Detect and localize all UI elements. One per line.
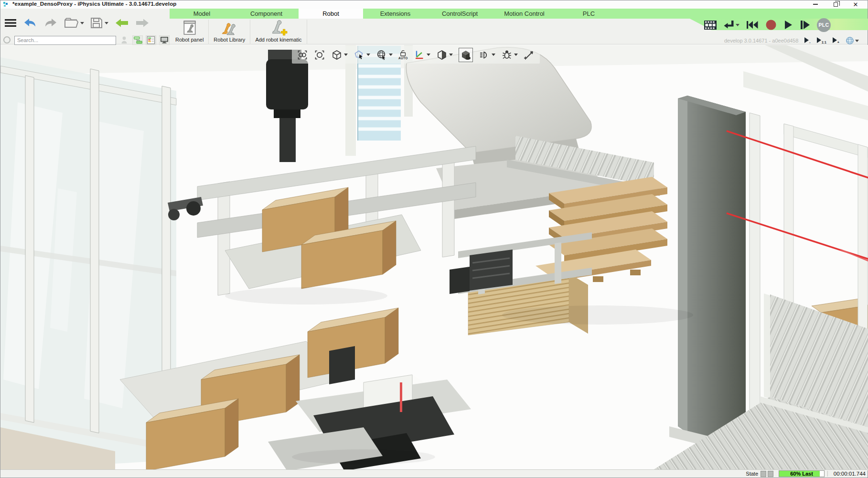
navigate-back-button[interactable] — [115, 18, 129, 28]
pin-icon[interactable] — [119, 35, 129, 45]
search-input[interactable] — [14, 36, 116, 45]
add-robot-kinematic-button[interactable]: Add robot kinematic — [250, 20, 306, 44]
robot-panel-label: Robot panel — [175, 37, 204, 43]
playback-realtime-icon[interactable]: 1:1 — [817, 37, 826, 44]
skip-to-start-button[interactable] — [746, 20, 759, 30]
debug-button[interactable] — [501, 49, 518, 61]
undo-button[interactable] — [23, 18, 37, 28]
state-indicator — [768, 471, 773, 477]
tab-model[interactable]: Model — [170, 9, 234, 19]
maximize-icon — [834, 2, 838, 7]
add-robot-kinematic-icon — [269, 20, 288, 36]
sim-progress-text: 60% Last — [779, 471, 824, 477]
step-forward-button[interactable] — [799, 20, 811, 30]
viewport-3d[interactable]: AUTO — [0, 45, 868, 470]
speed-sub-label: + — [837, 41, 839, 44]
shading-mode-caret[interactable] — [449, 54, 453, 56]
minimize-icon — [813, 4, 818, 5]
search-icon — [3, 36, 11, 44]
fit-selection-button[interactable] — [297, 49, 308, 61]
elapsed-time: 00:00:01.744 — [827, 471, 868, 477]
state-label: State — [746, 471, 758, 477]
playback-controls: PLC — [704, 19, 831, 31]
shading-mode-button[interactable] — [436, 49, 453, 61]
navigate-forward-button[interactable] — [135, 18, 150, 28]
network-caret[interactable] — [855, 40, 859, 42]
orbit-caret[interactable] — [389, 54, 393, 56]
tab-motion-control[interactable]: Motion Control — [492, 9, 557, 19]
film-strip-icon[interactable] — [704, 20, 717, 30]
measure-button[interactable] — [524, 49, 535, 61]
minimize-button[interactable] — [805, 0, 825, 8]
selection-mode-button[interactable] — [354, 49, 370, 61]
build-version-text: develop 3.0.14671 - a0ee0d458 — [724, 38, 798, 43]
maximize-button[interactable] — [825, 0, 846, 8]
tab-component[interactable]: Component — [234, 9, 299, 19]
monitor-view-button[interactable] — [159, 35, 170, 45]
jump-back-button[interactable] — [723, 20, 739, 30]
robot-library-label: Robot Library — [214, 37, 245, 43]
version-row: develop 3.0.14671 - a0ee0d458 - 1:1 + — [724, 36, 859, 45]
selection-mode-caret[interactable] — [366, 54, 370, 56]
headlight-caret[interactable] — [492, 54, 495, 56]
robot-panel-icon — [182, 20, 198, 36]
open-file-caret[interactable] — [80, 22, 84, 24]
playback-faster-icon[interactable]: + — [833, 37, 839, 44]
save-caret[interactable] — [105, 22, 108, 24]
auto-lock-button[interactable]: AUTO — [398, 49, 408, 60]
headlight-button[interactable] — [479, 49, 495, 61]
app-window: *example_DensoProxy - iPhysics Ultimate … — [0, 0, 868, 478]
robot-panel-button[interactable]: Robot panel — [171, 20, 208, 44]
app-logo-icon — [3, 2, 9, 7]
auto-lock-label: AUTO — [398, 57, 408, 60]
record-button[interactable] — [765, 19, 777, 31]
network-button[interactable] — [846, 36, 859, 45]
axes-caret[interactable] — [427, 54, 430, 56]
view-cube-button[interactable] — [331, 49, 348, 61]
debug-caret[interactable] — [514, 54, 518, 56]
viewport-toolbar: AUTO — [292, 46, 540, 64]
quick-access-toolbar — [4, 15, 150, 31]
view-cube-caret[interactable] — [344, 54, 348, 56]
redo-button[interactable] — [43, 18, 58, 28]
status-bar: State 60% Last 00:00:01.744 — [0, 469, 868, 478]
robot-ribbon-group: Robot panel Robot Library Add robot kine — [171, 20, 307, 44]
titlebar: *example_DensoProxy - iPhysics Ultimate … — [0, 0, 868, 9]
tab-extensions[interactable]: Extensions — [363, 9, 428, 19]
orbit-button[interactable] — [376, 49, 393, 61]
flow-view-button[interactable] — [132, 35, 143, 45]
robot-library-icon — [220, 20, 238, 36]
plc-badge[interactable]: PLC — [817, 18, 831, 32]
ribbon-tabs: Model Component Robot Extensions Control… — [170, 9, 868, 19]
play-button[interactable] — [783, 20, 793, 30]
tab-controlscript[interactable]: ControlScript — [428, 9, 492, 19]
close-button[interactable]: ✕ — [846, 0, 866, 8]
search-row — [3, 35, 170, 45]
add-robot-kinematic-label: Add robot kinematic — [255, 37, 301, 43]
fit-all-button[interactable] — [314, 49, 325, 61]
speed-sub-label: 1:1 — [822, 41, 826, 44]
playback-slower-icon[interactable]: - — [804, 37, 810, 44]
list-view-button[interactable] — [146, 35, 156, 45]
window-title: *example_DensoProxy - iPhysics Ultimate … — [12, 1, 176, 7]
tab-robot[interactable]: Robot — [299, 9, 363, 19]
ribbon-separator — [307, 20, 307, 44]
menu-button[interactable] — [4, 18, 17, 28]
tab-plc[interactable]: PLC — [557, 9, 621, 19]
open-file-button[interactable] — [64, 17, 84, 29]
viewport-3d-scene[interactable] — [0, 45, 868, 470]
render-style-button[interactable] — [459, 48, 473, 62]
close-icon: ✕ — [853, 1, 858, 8]
jump-back-caret[interactable] — [736, 24, 739, 26]
ribbon: Model Component Robot Extensions Control… — [0, 9, 868, 44]
axes-button[interactable] — [414, 49, 430, 61]
red-sensor-beam — [400, 382, 402, 412]
speed-sub-label: - — [809, 41, 810, 44]
robot-library-button[interactable]: Robot Library — [209, 20, 250, 44]
sim-speed-progress: 60% Last — [779, 470, 825, 477]
state-indicator — [761, 471, 766, 477]
save-button[interactable] — [90, 17, 108, 29]
